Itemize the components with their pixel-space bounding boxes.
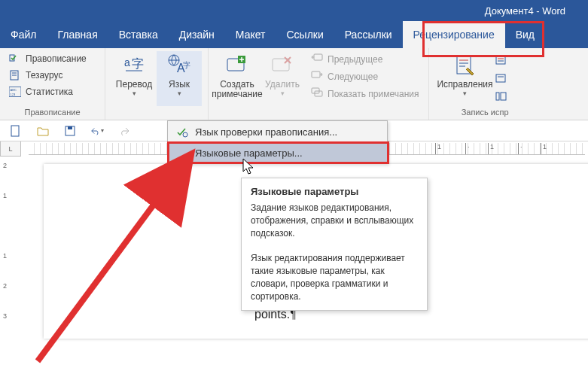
- svg-rect-38: [68, 126, 72, 129]
- comment-next-icon: [311, 70, 323, 83]
- show-comments-label: Показать примечания: [328, 89, 419, 99]
- statistics-label: Статистика: [26, 87, 73, 97]
- new-comment-button[interactable]: Создать примечание: [215, 51, 260, 106]
- show-comments-button[interactable]: Показать примечания: [308, 86, 422, 102]
- menu-item-language-preferences[interactable]: Языковые параметры...: [168, 142, 387, 163]
- new-doc-icon[interactable]: [9, 124, 23, 138]
- tab-home[interactable]: Главная: [47, 21, 108, 48]
- show-markup-icon[interactable]: [495, 74, 509, 87]
- tooltip-title: Языковые параметры: [251, 186, 418, 197]
- new-comment-label: Создать примечание: [212, 80, 262, 99]
- svg-rect-31: [496, 74, 505, 82]
- comment-add-icon: [224, 53, 250, 78]
- menu-item-label-2: Языковые параметры...: [195, 147, 303, 159]
- language-dropdown: Язык проверки правописания... Языковые п…: [167, 120, 388, 164]
- check-language-icon: [175, 125, 189, 138]
- svg-text:a: a: [124, 56, 130, 68]
- svg-rect-36: [11, 126, 19, 136]
- statistics-button[interactable]: ABC123 Статистика: [6, 84, 90, 99]
- svg-rect-28: [496, 56, 505, 64]
- tab-layout[interactable]: Макет: [225, 21, 276, 48]
- group-proofing-title: Правописание: [6, 106, 99, 118]
- delete-comment-button[interactable]: Удалить ▾: [260, 51, 305, 106]
- spelling-button[interactable]: Правописание: [6, 51, 90, 66]
- tab-view[interactable]: Вид: [505, 21, 545, 48]
- undo-icon[interactable]: ▾: [90, 124, 104, 138]
- ribbon: Правописание Тезаурус ABC123 Статистика …: [0, 48, 588, 120]
- open-icon[interactable]: [36, 124, 50, 138]
- translate-button[interactable]: a字 Перевод ▾: [111, 51, 157, 106]
- tab-review[interactable]: Рецензирование: [403, 21, 505, 48]
- group-tracking: Исправления ▾ Запись испр: [429, 48, 515, 120]
- tooltip-body-1: Задание языков редактирования, отображен…: [251, 202, 418, 239]
- chevron-down-icon: ▾: [281, 90, 285, 97]
- svg-rect-20: [314, 54, 322, 60]
- prev-comment-button[interactable]: Предыдущее: [308, 51, 422, 67]
- track-changes-label: Исправления: [437, 80, 492, 90]
- svg-rect-21: [312, 71, 320, 78]
- tab-insert[interactable]: Вставка: [108, 21, 169, 48]
- ribbon-tabs: Файл Главная Вставка Дизайн Макет Ссылки…: [0, 21, 588, 48]
- tab-mailings[interactable]: Рассылки: [334, 21, 403, 48]
- comments-icon: [311, 87, 323, 100]
- book-icon: [9, 69, 21, 81]
- chevron-down-icon: ▾: [133, 90, 136, 97]
- tab-file[interactable]: Файл: [0, 21, 47, 48]
- svg-rect-34: [501, 93, 506, 100]
- next-comment-label: Следующее: [328, 71, 378, 82]
- language-button[interactable]: A字 Язык ▾: [157, 51, 202, 106]
- group-tracking-title: Запись испр: [435, 106, 509, 118]
- group-proofing: Правописание Тезаурус ABC123 Статистика …: [0, 48, 105, 120]
- vertical-ruler[interactable]: 2 1 1 2 3: [0, 157, 21, 380]
- tab-references[interactable]: Ссылки: [276, 21, 334, 48]
- thesaurus-label: Тезаурус: [26, 70, 62, 81]
- reviewing-pane-icon[interactable]: [495, 92, 509, 105]
- tab-selector[interactable]: L: [0, 141, 21, 157]
- redo-icon[interactable]: [117, 124, 131, 138]
- svg-point-35: [183, 132, 187, 137]
- menu-item-set-proofing-language[interactable]: Язык проверки правописания...: [168, 121, 387, 142]
- translate-label: Перевод: [116, 80, 152, 90]
- next-comment-button[interactable]: Следующее: [308, 68, 422, 84]
- menu-item-label-1: Язык проверки правописания...: [195, 126, 337, 138]
- tab-design[interactable]: Дизайн: [169, 21, 225, 48]
- tooltip-body-2: Язык редактирования поддерживает такие я…: [251, 252, 418, 302]
- group-language: a字 Перевод ▾ A字 Язык ▾: [105, 48, 209, 120]
- chevron-down-icon: ▾: [463, 90, 467, 97]
- group-comments: Создать примечание Удалить ▾ Предыдущее: [209, 48, 429, 120]
- language-icon: A字: [166, 53, 192, 78]
- svg-text:字: 字: [183, 61, 190, 69]
- save-icon[interactable]: [63, 124, 77, 138]
- svg-rect-33: [496, 93, 499, 100]
- track-changes-button[interactable]: Исправления ▾: [435, 51, 495, 106]
- chevron-down-icon: ▾: [178, 90, 181, 97]
- tooltip: Языковые параметры Задание языков редакт…: [241, 178, 428, 311]
- svg-text:ABC: ABC: [11, 88, 17, 92]
- svg-text:123: 123: [11, 93, 16, 96]
- comment-prev-icon: [311, 53, 323, 65]
- delete-comment-label: Удалить: [265, 80, 300, 90]
- comment-delete-icon: [270, 53, 295, 78]
- language-label: Язык: [169, 80, 190, 90]
- svg-text:字: 字: [132, 57, 144, 70]
- blank-icon: [175, 146, 189, 160]
- title-bar: Документ4 - Word: [0, 0, 588, 21]
- track-changes-icon: [452, 53, 478, 78]
- thesaurus-button[interactable]: Тезаурус: [6, 68, 90, 83]
- spelling-label: Правописание: [26, 53, 87, 64]
- markup-dropdown-icon[interactable]: [495, 56, 509, 69]
- abc123-icon: ABC123: [9, 86, 21, 98]
- check-icon: [9, 53, 21, 65]
- document-title: Документ4 - Word: [485, 5, 565, 17]
- translate-icon: a字: [121, 53, 147, 78]
- prev-comment-label: Предыдущее: [328, 54, 382, 65]
